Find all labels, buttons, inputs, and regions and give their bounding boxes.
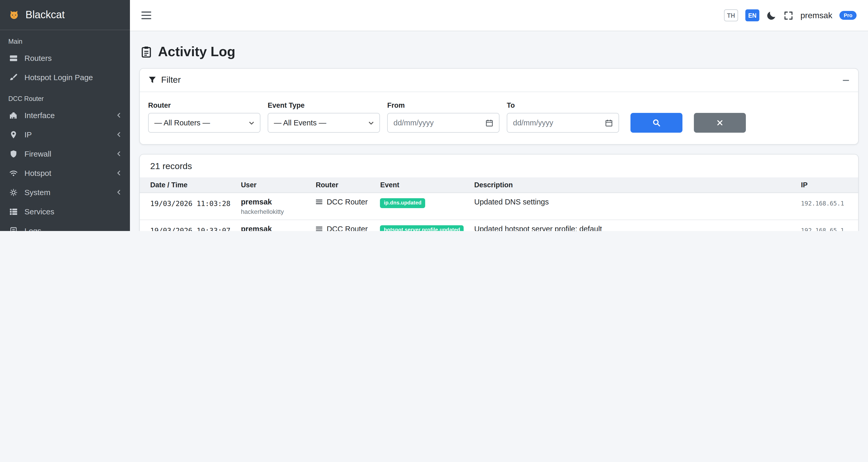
cell-ip: 192.168.65.1: [796, 193, 858, 220]
moon-icon: [767, 10, 777, 20]
sidebar-item-label: Routers: [24, 54, 52, 62]
cell-user: premsak hackerhellokitty: [236, 193, 311, 220]
filter-title: Filter: [161, 75, 181, 85]
from-date-group: From dd/mm/yyyy: [387, 102, 499, 133]
sidebar-toggle-button[interactable]: [142, 11, 151, 19]
gear-icon: [8, 188, 19, 196]
table-row[interactable]: 19/03/2026 10:33:07 premsak hackerhellok…: [140, 220, 858, 231]
sidebar-item-firewall[interactable]: Firewall: [4, 145, 126, 163]
collapse-button[interactable]: [842, 76, 850, 84]
page-title: Activity Log: [158, 44, 236, 60]
column-header-description[interactable]: Description: [469, 177, 796, 193]
column-header-event[interactable]: Event: [375, 177, 469, 193]
sidebar-item-ip[interactable]: IP: [4, 125, 126, 144]
chevron-down-icon: [369, 121, 374, 124]
search-icon: [652, 119, 661, 127]
cell-router: DCC Router: [311, 193, 375, 220]
sidebar-item-interface[interactable]: Interface: [4, 106, 126, 124]
column-header-datetime[interactable]: Date / Time: [140, 177, 236, 193]
topbar-right: TH EN premsak Pro: [724, 9, 857, 21]
router-select-value: — All Routers —: [154, 119, 210, 127]
page-header: Activity Log: [140, 44, 858, 60]
map-marker-icon: [8, 130, 19, 139]
records-card: 21 records Date / Time User Router Event…: [139, 154, 859, 231]
fullscreen-button[interactable]: [784, 11, 793, 20]
event-type-filter-label: Event Type: [268, 102, 380, 109]
to-date-placeholder: dd/mm/yyyy: [513, 119, 553, 127]
language-th-button[interactable]: TH: [724, 9, 738, 21]
search-button[interactable]: [630, 113, 682, 133]
router-filter-label: Router: [148, 102, 260, 109]
sidebar-item-label: IP: [24, 130, 32, 139]
cat-logo-icon: [8, 9, 20, 21]
cell-event: ip.dns.updated: [375, 193, 469, 220]
user-name: premsak: [241, 225, 305, 231]
event-type-select-value: — All Events —: [274, 119, 326, 127]
sidebar-item-system[interactable]: System: [4, 183, 126, 201]
language-en-button[interactable]: EN: [745, 9, 760, 21]
cell-description: Updated hotspot server profile: default: [469, 220, 796, 231]
chevron-left-icon: [116, 132, 122, 137]
journal-icon: [8, 227, 19, 231]
cell-user: premsak hackerhellokitty: [236, 220, 311, 231]
chevron-left-icon: [116, 170, 122, 176]
clipboard-icon: [140, 46, 152, 58]
app-window: Blackcat Main Routers Hotspot Login Page…: [0, 0, 868, 231]
sidebar-item-routers[interactable]: Routers: [4, 49, 126, 67]
sidebar-nav: Main Routers Hotspot Login Page DCC Rout…: [0, 30, 130, 231]
sidebar: Blackcat Main Routers Hotspot Login Page…: [0, 0, 130, 231]
activity-table: Date / Time User Router Event Descriptio…: [140, 177, 858, 231]
sidebar-item-services[interactable]: Services: [4, 202, 126, 221]
page-content: Activity Log Filter Router — All Routers…: [130, 31, 868, 231]
from-date-label: From: [387, 102, 499, 109]
close-icon: [716, 119, 723, 126]
sidebar-item-label: Firewall: [24, 149, 51, 158]
router-select[interactable]: — All Routers —: [148, 113, 260, 133]
list-blocks-icon: [8, 207, 19, 215]
event-type-select[interactable]: — All Events —: [268, 113, 380, 133]
funnel-icon: [148, 76, 156, 84]
from-date-input[interactable]: dd/mm/yyyy: [387, 113, 499, 133]
to-date-group: To dd/mm/yyyy: [507, 102, 619, 133]
main-area: TH EN premsak Pro Activity Log: [130, 0, 868, 231]
sidebar-item-logs[interactable]: Logs: [4, 222, 126, 231]
sidebar-item-label: Hotspot Login Page: [24, 73, 93, 82]
to-date-input[interactable]: dd/mm/yyyy: [507, 113, 619, 133]
table-row[interactable]: 19/03/2026 11:03:28 premsak hackerhellok…: [140, 193, 858, 220]
event-badge: ip.dns.updated: [380, 198, 425, 208]
username[interactable]: premsak: [800, 11, 832, 20]
cell-event: hotspot.server.profile.updated: [375, 220, 469, 231]
cell-datetime: 19/03/2026 10:33:07: [140, 220, 236, 231]
filter-form: Router — All Routers — Event Type — All …: [140, 92, 858, 144]
filter-card-header: Filter: [140, 69, 858, 92]
shield-icon: [8, 150, 19, 158]
brand-name: Blackcat: [26, 9, 65, 21]
sidebar-item-label: Hotspot: [24, 169, 51, 177]
sidebar-item-hotspot[interactable]: Hotspot: [4, 164, 126, 182]
paintbrush-icon: [8, 73, 19, 81]
list-icon: [316, 198, 323, 205]
cell-router: DCC Router: [311, 220, 375, 231]
sidebar-item-label: System: [24, 188, 51, 197]
calendar-icon: [486, 119, 493, 127]
dark-mode-button[interactable]: [767, 10, 777, 20]
brand[interactable]: Blackcat: [0, 0, 130, 30]
cell-datetime: 19/03/2026 11:03:28: [140, 193, 236, 220]
expand-icon: [784, 11, 793, 20]
clear-button[interactable]: [694, 113, 746, 133]
topbar: TH EN premsak Pro: [130, 0, 868, 31]
column-header-router[interactable]: Router: [311, 177, 375, 193]
sidebar-item-hotspot-login-page[interactable]: Hotspot Login Page: [4, 68, 126, 86]
sidebar-item-label: Logs: [24, 226, 41, 231]
sidebar-section-main: Main: [0, 30, 130, 48]
column-header-ip[interactable]: IP: [796, 177, 858, 193]
sidebar-section-dcc-router: DCC Router: [0, 87, 130, 105]
sidebar-item-label: Interface: [24, 111, 55, 120]
user-name: premsak: [241, 198, 305, 206]
column-header-user[interactable]: User: [236, 177, 311, 193]
event-type-filter-group: Event Type — All Events —: [268, 102, 380, 133]
plan-badge: Pro: [840, 11, 857, 20]
cell-description: Updated DNS settings: [469, 193, 796, 220]
sidebar-item-label: Services: [24, 207, 54, 216]
router-filter-group: Router — All Routers —: [148, 102, 260, 133]
